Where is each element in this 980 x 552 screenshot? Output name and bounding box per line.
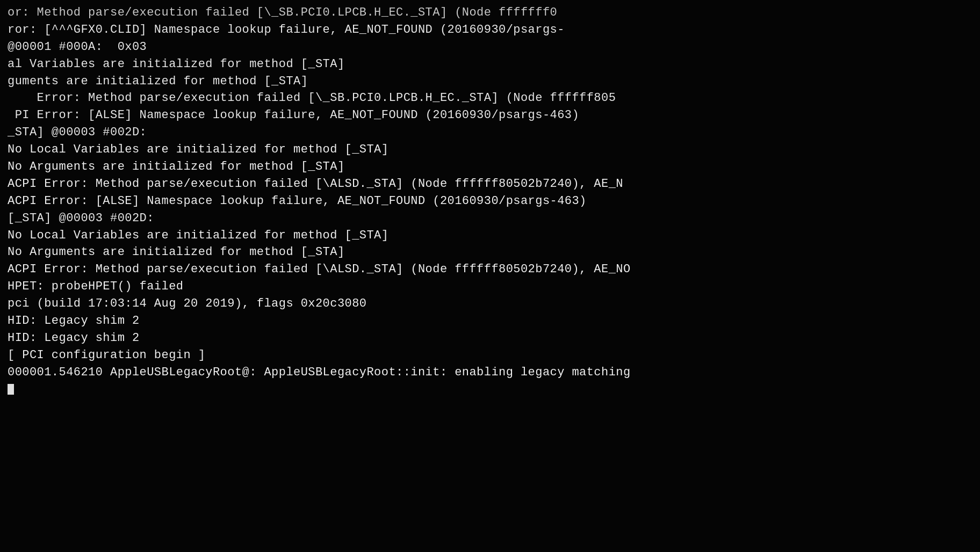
- terminal-line-6: guments are initialized for method [_STA…: [8, 73, 972, 90]
- terminal-line-23: ACPI Error: Method parse/execution faile…: [8, 261, 972, 278]
- terminal-line-4: al Variables are initialized for method …: [8, 56, 972, 73]
- terminal-line-26: HID: Legacy shim 2: [8, 313, 972, 330]
- terminal-output: or: Method parse/execution failed [\_SB.…: [0, 0, 980, 402]
- terminal-line-3: @00001 #000A: 0x03: [8, 39, 972, 56]
- terminal-line-11: _STA] @00003 #002D:: [8, 124, 972, 141]
- terminal-line-16: ACPI Error: Method parse/execution faile…: [8, 176, 972, 193]
- terminal-line-2: ror: [^^^GFX0.CLID] Namespace lookup fai…: [8, 21, 972, 39]
- terminal-line-10: PI Error: [ALSE] Namespace lookup failur…: [8, 107, 972, 124]
- terminal-line-27: HID: Legacy shim 2: [8, 330, 972, 347]
- terminal-line-12: No Local Variables are initialized for m…: [8, 141, 972, 158]
- terminal-line-24: HPET: probeHPET() failed: [8, 278, 972, 295]
- terminal-line-17: ACPI Error: [ALSE] Namespace lookup fail…: [8, 193, 972, 210]
- terminal-line-1: or: Method parse/execution failed [\_SB.…: [8, 4, 972, 21]
- terminal-cursor: [8, 384, 14, 395]
- terminal-line-21: No Arguments are initialized for method …: [8, 244, 972, 261]
- terminal-line-25: pci (build 17:03:14 Aug 20 2019), flags …: [8, 295, 972, 313]
- terminal-line-28: [ PCI configuration begin ]: [8, 347, 972, 364]
- terminal-line-14: No Arguments are initialized for method …: [8, 158, 972, 176]
- terminal-line-8: Error: Method parse/execution failed [\_…: [8, 90, 972, 107]
- terminal-line-19: No Local Variables are initialized for m…: [8, 227, 972, 244]
- terminal-window: or: Method parse/execution failed [\_SB.…: [0, 0, 980, 552]
- terminal-line-29: 000001.546210 AppleUSBLegacyRoot@: Apple…: [8, 364, 972, 381]
- terminal-line-30: [8, 381, 972, 398]
- terminal-line-18: [_STA] @00003 #002D:: [8, 210, 972, 227]
